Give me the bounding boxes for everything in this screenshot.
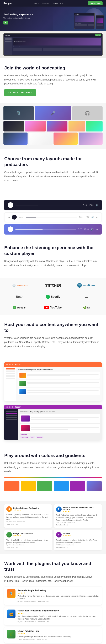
layout-thumb-11-inner [54, 132, 78, 144]
tablet-logo: Roogan [75, 14, 79, 15]
swatch-orange [4, 481, 19, 491]
desktop-nav-logo: Roogan [5, 35, 10, 36]
dash-line-1 [27, 374, 99, 375]
review-installs-libsyn: 2,000+ active installations [6, 544, 50, 546]
roogan-text: Roogan [17, 306, 26, 309]
dash2-dot-3 [12, 406, 13, 408]
tablet-ep-2 [81, 24, 87, 26]
layout-thumb-12 [79, 132, 103, 144]
section3-text: Roogan works perfectly with the native W… [4, 259, 102, 268]
dark-player-progress[interactable] [15, 205, 81, 206]
dash2-menu-1[interactable] [6, 411, 17, 412]
dash-menu-1[interactable] [6, 368, 15, 370]
gradient-player-time: 5:22 [78, 228, 82, 230]
dash2-menu-3[interactable] [6, 415, 17, 416]
review-name-pp: PowerPress Podcasting plugin by Blubrry [63, 506, 100, 510]
nav-link-home[interactable]: Home [34, 2, 39, 4]
review-avatar-ssp: S [6, 506, 12, 512]
tag-1[interactable]: Technology [20, 436, 29, 438]
gradient-next-icon[interactable]: ⏭ [96, 228, 98, 230]
hero-section: Roogan Home Features Demos Pricing Get R… [0, 0, 106, 58]
dashboard-2-thumb-1 [21, 416, 30, 422]
mic-icon-3: 🎧 [85, 111, 90, 116]
nav-link-demos[interactable]: Demos [52, 2, 58, 4]
dash2-menu-4[interactable] [6, 417, 17, 418]
nav-link-pricing[interactable]: Pricing [60, 2, 66, 4]
review-name-libsyn: Libsyn Publisher Hub [13, 533, 33, 535]
libsyn-tested-text: Tested with 5.4.2 [37, 639, 48, 640]
logo-libsyn: 🌿 libr [71, 304, 102, 312]
minimal-player-progress[interactable] [26, 217, 77, 218]
tag-3[interactable]: Business [36, 436, 43, 438]
dark-play-button[interactable] [8, 202, 13, 208]
dash-dot-2 [9, 364, 10, 365]
tablet-ep-1 [75, 24, 81, 26]
dash-menu-3[interactable] [6, 373, 15, 374]
mobile-row-2 [97, 25, 104, 26]
dashboard-ep-2 [18, 380, 100, 387]
dashboard-1: Roogan How to make the perfect playlist … [4, 362, 102, 401]
layout-thumb-1: 🎙️ [3, 106, 34, 120]
layout-thumb-7 [69, 121, 85, 132]
desktop-nav: Roogan Try Demo [4, 34, 102, 37]
tablet-device: Roogan Latest episodes [74, 12, 95, 29]
wordpress-text: WordPress [83, 284, 96, 287]
tag-2[interactable]: Music [29, 436, 35, 438]
minimal-next-icon[interactable]: ⏭ [96, 216, 98, 218]
plugin-icon-pp: 📻 [7, 610, 15, 618]
plugin-desc-pp: No. 1 Podcasting plugin for WordPress, w… [17, 615, 99, 620]
plugin-stars-libsyn: ★★★★★ [17, 633, 99, 635]
minimal-volume-icon[interactable]: 🔊 [91, 216, 94, 218]
dash-menu-4[interactable] [6, 375, 15, 377]
review-header-libsyn: L Libsyn Publisher Hub ★★★★★ [6, 532, 50, 538]
plugin-installs-ssp: 60,000+ active installations · Tested wi… [17, 600, 99, 602]
minimal-prev-icon[interactable]: ⏮ [8, 216, 10, 218]
launch-demo-button[interactable]: LAUNCH THE DEMO [4, 89, 36, 96]
dash2-menu-2[interactable] [6, 413, 17, 414]
desktop-hero-text: Podcasting experience [14, 41, 25, 42]
dash-line-2 [27, 375, 70, 376]
libsyn-logo: 🌿 libr [83, 306, 90, 309]
dark-volume-icon[interactable]: 🔊 [96, 204, 98, 206]
tablet-ep-row [75, 24, 94, 26]
hero-play-button[interactable]: ▶ [3, 21, 8, 24]
dash-menu-5[interactable] [6, 378, 15, 379]
mobile-body [96, 18, 104, 26]
minimal-player-progress-fill [26, 217, 36, 218]
nav-link-features[interactable]: Features [42, 2, 49, 4]
libsyn-icon: 🌿 [83, 306, 86, 309]
desktop-content: Podcasting experience Latest episodes [4, 37, 102, 55]
review-stars-pp: ★★★★☆ [63, 510, 100, 512]
gradient-volume-icon[interactable]: 🔊 [91, 228, 94, 230]
section6-title: Work with the plugins that you know and … [4, 561, 102, 572]
gradient-pause-icon [10, 228, 11, 230]
review-name-ssp: Seriously Simple Podcasting [13, 507, 39, 509]
layout-thumb-5 [25, 121, 46, 132]
gradient-color-bar [4, 477, 102, 478]
dash-menu-2[interactable] [6, 370, 15, 372]
minimal-play-button[interactable] [12, 215, 17, 220]
desktop-nav-btn[interactable]: Try Demo [95, 34, 101, 36]
plugin-desc-ssp: Podcasting the way it's meant to be. No … [17, 595, 99, 600]
dash-line-4 [27, 384, 70, 384]
dashboard-2-lines-2 [31, 427, 99, 430]
dashboard-2-tags: Technology Music Business [20, 436, 100, 438]
minimal-pause-bar-2 [15, 216, 15, 218]
dashboard-1-content: How to make the perfect playlist in five… [16, 367, 102, 401]
swatch-green [37, 481, 52, 491]
dashboard-ep-thumb-3 [19, 389, 26, 394]
dark-player-time: 0:48 [83, 204, 87, 206]
nav-cta-button[interactable]: Get Roogan [88, 2, 103, 5]
ssp-installs-text: 60,000+ active installations [17, 600, 36, 602]
youtube-icon [44, 306, 49, 309]
gradient-player-progress[interactable] [15, 229, 76, 230]
dash2-menu-5[interactable] [6, 419, 17, 420]
gradient-play-button[interactable] [8, 226, 13, 232]
dashboard-2-title: How to make the perfect playlist in five… [20, 411, 100, 413]
review-grid: S Seriously Simple Podcasting ★★★★☆ Podc… [4, 504, 102, 550]
dash2-dot-2 [9, 406, 10, 408]
layout-thumb-10-inner [29, 132, 53, 144]
pause-bar-2 [11, 204, 11, 206]
layout-thumb-7-inner [69, 121, 85, 132]
tablet-ep-label: Latest episodes [75, 23, 94, 24]
